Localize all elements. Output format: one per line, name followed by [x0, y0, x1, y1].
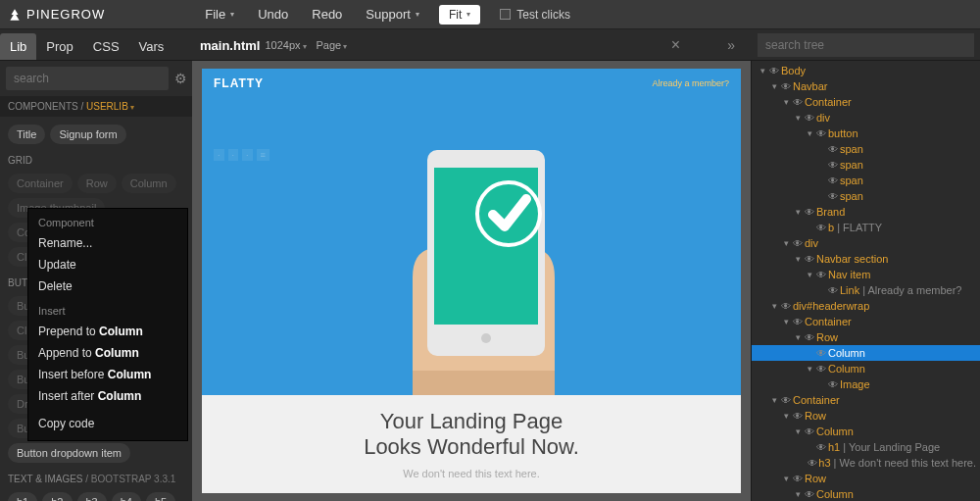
tree-row[interactable]: ▾👁Body — [752, 63, 980, 78]
tree-row[interactable]: ▾👁Container — [752, 94, 980, 110]
visibility-icon[interactable]: 👁 — [826, 160, 840, 171]
visibility-icon[interactable]: 👁 — [791, 474, 805, 484]
footer-section: Your Landing PageLooks Wonderful Now. We… — [202, 395, 741, 493]
tree-row[interactable]: ▾👁Row — [752, 408, 980, 424]
visibility-icon[interactable]: 👁 — [803, 254, 816, 265]
fit-dropdown[interactable]: Fit — [439, 5, 480, 25]
visibility-icon[interactable]: 👁 — [814, 442, 828, 453]
visibility-icon[interactable]: 👁 — [814, 270, 828, 280]
visibility-icon[interactable]: 👁 — [779, 81, 793, 92]
library-search-input[interactable] — [6, 67, 169, 90]
test-clicks-checkbox[interactable] — [500, 9, 511, 20]
visibility-icon[interactable]: 👁 — [791, 411, 805, 422]
tree-row[interactable]: 👁span — [752, 188, 980, 204]
tree-row[interactable]: 👁Column — [752, 345, 980, 361]
visibility-icon[interactable]: 👁 — [803, 113, 816, 124]
visibility-icon[interactable]: 👁 — [803, 332, 816, 343]
close-icon[interactable]: × — [671, 36, 680, 54]
tab-lib[interactable]: Lib — [0, 33, 36, 60]
visibility-icon[interactable]: 👁 — [826, 285, 840, 296]
tree-row[interactable]: ▾👁Container — [752, 314, 980, 329]
ctx-append[interactable]: Append to Column — [28, 342, 187, 364]
visibility-icon[interactable]: 👁 — [779, 301, 793, 312]
tab-vars[interactable]: Vars — [129, 33, 174, 60]
tree-row[interactable]: 👁b | FLATTY — [752, 220, 980, 235]
canvas-width[interactable]: 1024px — [265, 39, 306, 51]
file-name[interactable]: main.html — [200, 38, 260, 53]
tab-css[interactable]: CSS — [83, 33, 129, 60]
visibility-icon[interactable]: 👁 — [826, 144, 840, 155]
lib-chip[interactable]: Signup form — [50, 125, 125, 144]
undo-button[interactable]: Undo — [246, 7, 300, 22]
tree-row[interactable]: 👁h1 | Your Landing Page — [752, 439, 980, 455]
ctx-insert-after[interactable]: Insert after Column — [28, 385, 187, 407]
tree-row[interactable]: 👁span — [752, 173, 980, 188]
tree-row[interactable]: 👁span — [752, 141, 980, 157]
components-section-header[interactable]: COMPONENTS / USERLIB — [0, 96, 192, 117]
visibility-icon[interactable]: 👁 — [767, 66, 781, 76]
gear-icon[interactable]: ⚙ — [174, 71, 187, 86]
userlib-dropdown[interactable]: USERLIB — [86, 101, 134, 112]
tree-row[interactable]: 👁Link | Already a member? — [752, 282, 980, 298]
visibility-icon[interactable]: 👁 — [826, 379, 840, 390]
visibility-icon[interactable]: 👁 — [779, 395, 793, 406]
ctx-copy-code[interactable]: Copy code — [28, 413, 187, 434]
lib-chip[interactable]: Row — [77, 174, 117, 193]
hero-section: FLATTY Already a member? ···≡ — [202, 69, 741, 395]
visibility-icon[interactable]: 👁 — [826, 175, 840, 186]
visibility-icon[interactable]: 👁 — [791, 97, 805, 108]
lib-chip[interactable]: h3 — [77, 492, 107, 501]
tree-row[interactable]: ▾👁Row — [752, 329, 980, 345]
landing-subtext: We don't need this text here. — [403, 468, 539, 479]
ctx-delete[interactable]: Delete — [28, 276, 187, 297]
redo-button[interactable]: Redo — [300, 7, 354, 22]
tree-search-input[interactable] — [758, 33, 974, 57]
tree-row[interactable]: ▾👁button — [752, 125, 980, 141]
tree-row[interactable]: ▾👁Brand — [752, 204, 980, 220]
tree-row[interactable]: ▾👁Navbar — [752, 78, 980, 94]
lib-chip[interactable]: h4 — [112, 492, 141, 501]
context-menu: Component Rename... Update Delete Insert… — [27, 208, 188, 441]
lib-chip[interactable]: h2 — [42, 492, 72, 501]
page-dropdown[interactable]: Page — [317, 39, 348, 51]
page-preview[interactable]: FLATTY Already a member? ···≡ — [202, 69, 741, 493]
lib-chip[interactable]: h1 — [8, 492, 37, 501]
tree-row[interactable]: 👁Image — [752, 376, 980, 392]
visibility-icon[interactable]: 👁 — [791, 317, 805, 327]
tree-row[interactable]: ▾👁Column — [752, 361, 980, 376]
visibility-icon[interactable]: 👁 — [814, 223, 828, 233]
tree-row[interactable]: ▾👁Navbar section — [752, 251, 980, 267]
visibility-icon[interactable]: 👁 — [807, 458, 818, 469]
tree-row[interactable]: 👁h3 | We don't need this text here. — [752, 455, 980, 471]
tree-row[interactable]: ▾👁Column — [752, 424, 980, 439]
lib-chip[interactable]: h5 — [146, 492, 175, 501]
lib-chip[interactable]: Column — [122, 174, 176, 193]
lib-chip[interactable]: Title — [8, 125, 45, 144]
tree-row[interactable]: ▾👁Column — [752, 486, 980, 501]
ctx-update[interactable]: Update — [28, 254, 187, 276]
collapse-right-icon[interactable]: » — [719, 37, 743, 53]
tree-row[interactable]: 👁span — [752, 157, 980, 173]
tree-row[interactable]: ▾👁div — [752, 110, 980, 125]
visibility-icon[interactable]: 👁 — [814, 128, 828, 139]
tree-row[interactable]: ▾👁Container — [752, 392, 980, 408]
visibility-icon[interactable]: 👁 — [814, 364, 828, 375]
tree-row[interactable]: ▾👁Row — [752, 471, 980, 486]
visibility-icon[interactable]: 👁 — [803, 207, 816, 218]
visibility-icon[interactable]: 👁 — [826, 191, 840, 202]
ctx-prepend[interactable]: Prepend to Column — [28, 321, 187, 342]
lib-chip[interactable]: Button dropdown item — [8, 443, 130, 463]
tab-prop[interactable]: Prop — [36, 33, 82, 60]
ctx-insert-before[interactable]: Insert before Column — [28, 364, 187, 385]
lib-chip[interactable]: Container — [8, 174, 73, 193]
tree-row[interactable]: ▾👁div#headerwrap — [752, 298, 980, 314]
visibility-icon[interactable]: 👁 — [814, 348, 828, 359]
visibility-icon[interactable]: 👁 — [803, 426, 816, 437]
support-menu[interactable]: Support — [354, 7, 431, 22]
visibility-icon[interactable]: 👁 — [791, 238, 805, 249]
ctx-rename[interactable]: Rename... — [28, 232, 187, 254]
tree-row[interactable]: ▾👁Nav item — [752, 267, 980, 282]
visibility-icon[interactable]: 👁 — [803, 489, 816, 500]
tree-row[interactable]: ▾👁div — [752, 235, 980, 251]
file-menu[interactable]: File — [193, 7, 246, 22]
